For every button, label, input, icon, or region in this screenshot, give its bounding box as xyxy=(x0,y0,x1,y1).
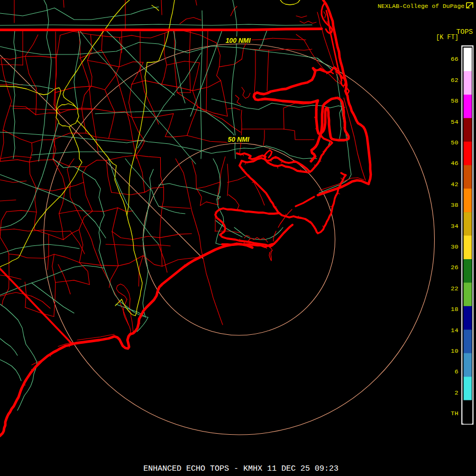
svg-text:50 NMI: 50 NMI xyxy=(228,136,250,143)
svg-text:22: 22 xyxy=(451,285,458,292)
svg-text:TOPS: TOPS xyxy=(456,28,473,36)
svg-text:ENHANCED ECHO TOPS - KMHX 11 D: ENHANCED ECHO TOPS - KMHX 11 DEC 25 09:2… xyxy=(143,464,338,473)
svg-text:[K FT]: [K FT] xyxy=(436,34,459,41)
svg-text:6: 6 xyxy=(454,368,458,376)
svg-text:34: 34 xyxy=(451,223,458,230)
svg-text:50: 50 xyxy=(451,139,458,147)
svg-text:26: 26 xyxy=(451,264,458,271)
svg-text:38: 38 xyxy=(451,202,458,209)
svg-text:NEXLAB-College of DuPage: NEXLAB-College of DuPage xyxy=(378,3,464,10)
svg-text:46: 46 xyxy=(451,160,458,167)
svg-text:18: 18 xyxy=(451,306,458,313)
svg-text:2: 2 xyxy=(454,389,458,397)
svg-text:10: 10 xyxy=(451,347,458,355)
svg-text:66: 66 xyxy=(451,56,458,63)
svg-text:TH: TH xyxy=(451,410,458,417)
svg-text:58: 58 xyxy=(451,97,458,105)
svg-text:42: 42 xyxy=(451,181,458,188)
svg-text:54: 54 xyxy=(451,118,458,126)
svg-text:30: 30 xyxy=(451,243,458,251)
svg-text:100 NMI: 100 NMI xyxy=(225,37,251,44)
svg-text:62: 62 xyxy=(451,77,458,84)
svg-text:14: 14 xyxy=(451,327,458,334)
